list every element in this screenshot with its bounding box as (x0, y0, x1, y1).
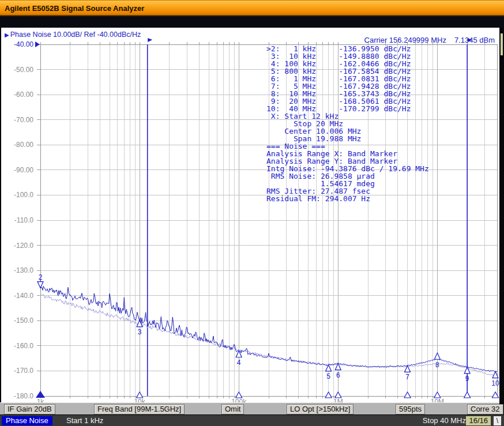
marker-number: 6 (336, 371, 340, 379)
y-axis-tick-label: -170.0 (14, 367, 33, 375)
y-axis-tick-label: -50.00 (14, 66, 33, 74)
marker-stimulus-icon (434, 392, 441, 398)
y-axis-tick-label: -120.0 (14, 242, 33, 250)
plot-window: -40.00-50.00-60.00-70.00-80.00-90.00-100… (1, 28, 499, 402)
menu-strip (0, 16, 504, 28)
marker-number: 3 (138, 328, 142, 336)
marker-triangle-icon (464, 367, 470, 374)
marker-number: 9 (465, 375, 469, 383)
y-axis-tick-label: -90.00 (14, 166, 33, 174)
trace-markers: 2345678910 (36, 273, 499, 398)
y-axis-tick-label: -110.0 (14, 216, 33, 224)
band-marker-flag-icon (148, 38, 152, 44)
omit-button[interactable]: Omit (221, 404, 244, 414)
marker-number: 2 (39, 273, 43, 281)
status-bar: Phase Noise Start 1 kHz Stop 40 MHz 16/1… (0, 414, 504, 426)
trace-header[interactable]: ▶Phase Noise 10.00dB/ Ref -40.00dBc/Hz (5, 31, 141, 39)
marker-triangle-icon (326, 365, 332, 371)
y-axis-tick-label: -180.0 (14, 392, 33, 400)
marker-stimulus-icon (325, 392, 332, 398)
y-axis-tick-label: -100.0 (14, 191, 33, 199)
sweep-start-readout: Start 1 kHz (66, 416, 103, 425)
points-button[interactable]: 595pts (396, 404, 425, 414)
marker-stimulus-icon (464, 392, 471, 398)
carrier-power: 7.1345 dBm (454, 36, 495, 44)
active-trace-icon: ▶ (5, 32, 9, 38)
y-axis-tick-label: -80.00 (14, 141, 33, 149)
if-gain-button[interactable]: IF Gain 20dB (4, 404, 55, 414)
active-measurement-chip[interactable]: Phase Noise (2, 416, 52, 425)
marker-number: 5 (326, 372, 330, 380)
lo-opt-button[interactable]: LO Opt [>150kHz] (287, 404, 353, 414)
measurement-settings-bar: IF Gain 20dB Freq Band [99M-1.5GHz] Omit… (0, 402, 499, 414)
instrument-screen: Agilent E5052B Signal Source Analyzer -4… (0, 0, 504, 426)
marker-stimulus-icon (137, 392, 143, 398)
marker-stimulus-icon (335, 392, 341, 398)
marker-stimulus-icon (236, 392, 242, 398)
y-axis-tick-label: -40.00 (14, 40, 33, 48)
window-title: Agilent E5052B Signal Source Analyzer (5, 4, 144, 13)
marker-number: 10 (491, 379, 499, 387)
reference-level-icon (35, 42, 40, 47)
marker-number: 7 (405, 373, 409, 381)
marker-info-panel: >2: 1 kHz -136.9950 dBc/Hz 3: 10 kHz -14… (266, 45, 429, 202)
scroll-thumb[interactable] (501, 33, 503, 55)
right-gutter (499, 28, 504, 402)
marker-stimulus-icon (404, 392, 411, 398)
trace-header-label: Phase Noise 10.00dB/ Ref -40.00dBc/Hz (10, 31, 141, 39)
carrier-frequency: Carrier 156.249999 MHz (364, 36, 446, 44)
correlation-button[interactable]: Corre 32 (467, 404, 503, 414)
y-axis-tick-label: -60.00 (14, 91, 33, 99)
marker-stimulus-icon (492, 392, 499, 398)
y-axis-tick-label: -130.0 (14, 266, 33, 274)
average-counter: 16/16 (466, 416, 491, 425)
y-axis-tick-label: -160.0 (14, 342, 33, 350)
sweep-stop-readout: Stop 40 MHz (423, 416, 466, 425)
y-axis-tick-label: -150.0 (14, 316, 33, 325)
window-titlebar: Agilent E5052B Signal Source Analyzer (0, 0, 504, 16)
busy-indicator: \ (494, 416, 501, 425)
y-axis-tick-label: -140.0 (14, 292, 33, 300)
marker-number: 4 (237, 359, 241, 367)
active-marker-stimulus-icon (36, 391, 45, 398)
marker-number: 8 (435, 361, 439, 369)
marker-triangle-icon (37, 282, 43, 288)
carrier-readout: Carrier 156.249999 MHz 7.1345 dBm (364, 36, 495, 44)
y-axis-tick-label: -70.00 (14, 116, 33, 124)
marker-triangle-icon (434, 353, 440, 359)
freq-band-button[interactable]: Freq Band [99M-1.5GHz] (94, 404, 185, 414)
